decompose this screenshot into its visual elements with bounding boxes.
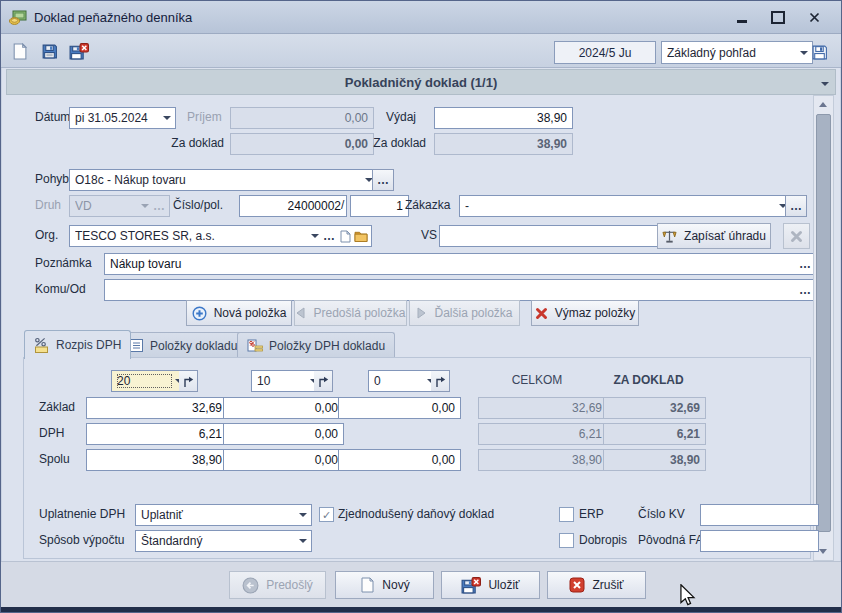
simplified-doc-checkbox[interactable]: ✓ — [319, 507, 334, 522]
new-doc-label: Nový — [382, 578, 409, 592]
celkom-column-label: CELKOM — [478, 373, 596, 387]
cancel-doc-button[interactable]: Zrušiť — [547, 571, 646, 599]
document-list-icon — [129, 338, 144, 353]
vat-20-field[interactable]: 6,21 — [86, 423, 228, 445]
window-title: Doklad peňažného denníka — [34, 10, 192, 25]
band-dropdown-icon[interactable] — [818, 72, 831, 96]
base-10-field[interactable]: 0,00 — [223, 397, 344, 419]
vat-rate-20-value: 20 — [117, 374, 172, 388]
new-document-button[interactable] — [7, 39, 31, 63]
record-payment-button[interactable]: Zapísať úhradu — [657, 223, 771, 249]
scrollbar-thumb[interactable] — [816, 114, 831, 532]
base-20-field[interactable]: 32,69 — [86, 397, 228, 419]
order-browse-button[interactable]: … — [785, 195, 807, 217]
scroll-down-icon — [819, 549, 827, 558]
vat-rate-0-jump-button[interactable] — [431, 370, 450, 392]
calc-method-combo[interactable]: Štandardný — [135, 530, 312, 552]
base-total-field: 32,69 — [478, 397, 608, 419]
vat-row-label: DPH — [39, 426, 64, 440]
sum-20-field[interactable]: 38,90 — [86, 449, 228, 471]
vs-field[interactable] — [439, 225, 660, 247]
tab-rozpis-dph[interactable]: Rozpis DPH — [24, 330, 131, 359]
app-money-icon — [9, 10, 27, 25]
new-doc-button[interactable]: Nový — [335, 571, 434, 599]
vat-10-field[interactable]: 0,00 — [223, 423, 344, 445]
base-per-doc-field: 32,69 — [603, 397, 706, 419]
save-button[interactable] — [37, 39, 61, 63]
organization-folder-icon[interactable] — [353, 226, 369, 246]
za-doklad-column-label: ZA DOKLAD — [603, 373, 694, 387]
title-bar: Doklad peňažného denníka — [1, 1, 841, 34]
period-field[interactable]: 2024/5 Ju — [554, 41, 656, 64]
chevron-down-icon — [138, 196, 151, 216]
save-close-button[interactable] — [67, 39, 91, 63]
vertical-scrollbar[interactable] — [813, 95, 834, 561]
chevron-down-icon — [296, 505, 309, 525]
erp-checkbox[interactable] — [559, 507, 574, 522]
tab-polozky-dokladu[interactable]: Položky dokladu — [119, 332, 247, 358]
income-field: 0,00 — [230, 107, 374, 129]
previous-doc-button: Predošlý — [229, 571, 326, 599]
original-invoice-field[interactable] — [700, 530, 819, 552]
order-combo[interactable]: - — [459, 195, 792, 217]
kv-number-label: Číslo KV — [638, 507, 685, 521]
delete-item-label: Výmaz položky — [555, 306, 636, 320]
organization-browse-icon[interactable]: … — [321, 226, 337, 246]
expense-field[interactable]: 38,90 — [434, 107, 573, 129]
to-from-browse-icon[interactable]: … — [797, 280, 813, 300]
new-item-label: Nová položka — [214, 306, 287, 320]
date-picker[interactable]: pi 31.05.2024 — [69, 107, 176, 129]
vat-rate-combo-0[interactable]: 0 — [368, 370, 440, 392]
maximize-button[interactable] — [765, 7, 791, 27]
erp-label: ERP — [579, 507, 604, 521]
organization-card-icon[interactable] — [337, 226, 353, 246]
ellipsis-icon: … — [790, 199, 802, 213]
vat-total-field: 6,21 — [478, 423, 608, 445]
to-from-field[interactable]: … — [104, 279, 816, 301]
date-value: pi 31.05.2024 — [75, 111, 160, 125]
cancel-doc-label: Zrušiť — [592, 578, 623, 592]
save-view-button[interactable] — [807, 40, 831, 64]
base-0-field[interactable]: 0,00 — [338, 397, 461, 419]
record-payment-label: Zapísať úhradu — [684, 229, 766, 243]
dialog-window: Doklad peňažného denníka — [0, 0, 842, 613]
new-item-button[interactable]: Nová položka — [186, 300, 292, 326]
sum-10-field[interactable]: 0,00 — [223, 449, 344, 471]
note-field[interactable]: Nákup tovaru … — [104, 253, 816, 275]
document-number-field[interactable]: 24000002 — [239, 195, 347, 217]
item-number-field[interactable]: 1 — [350, 195, 409, 217]
next-item-label: Ďalšia položka — [434, 306, 512, 320]
close-icon — [809, 12, 820, 23]
movement-browse-button[interactable]: … — [372, 169, 394, 191]
sum-0-field[interactable]: 0,00 — [338, 449, 461, 471]
minimize-button[interactable] — [729, 7, 755, 27]
organization-combo[interactable]: TESCO STORES SR, a.s. … — [69, 225, 372, 247]
view-selector[interactable]: Základný pohľad — [661, 41, 813, 64]
type-label: Druh — [35, 198, 61, 212]
income-per-doc-label: Za doklad — [159, 136, 224, 150]
tab-polozky-dph-dokladu[interactable]: Položky DPH dokladu — [237, 332, 395, 358]
scroll-up-button[interactable] — [814, 96, 831, 112]
vat-rate-10-jump-button[interactable] — [314, 370, 333, 392]
vat-application-combo[interactable]: Uplatniť — [135, 504, 312, 526]
note-browse-icon[interactable]: … — [797, 254, 813, 274]
view-selector-value: Základný pohľad — [667, 46, 797, 60]
vat-application-value: Uplatniť — [141, 508, 296, 522]
vat-rate-combo-10[interactable]: 10 — [251, 370, 323, 392]
movement-combo[interactable]: O18c - Nákup tovaru — [69, 169, 378, 191]
save-doc-button[interactable]: Uložiť — [441, 571, 540, 599]
jump-arrow-icon — [434, 375, 446, 388]
close-button[interactable] — [801, 7, 827, 27]
credit-note-checkbox[interactable] — [559, 533, 574, 548]
base-row-label: Základ — [39, 400, 75, 414]
save-close-icon — [69, 43, 89, 60]
vat-rate-20-jump-button[interactable] — [179, 370, 198, 392]
delete-x-icon — [535, 307, 548, 320]
vat-per-doc-field: 6,21 — [603, 423, 706, 445]
kv-number-field[interactable] — [700, 504, 819, 526]
delete-item-button[interactable]: Výmaz položky — [531, 300, 639, 326]
vs-label: VS — [421, 228, 437, 242]
arrow-right-icon — [416, 307, 427, 319]
vat-rate-combo-20[interactable]: 20 — [111, 370, 188, 392]
organization-label: Org. — [35, 228, 58, 242]
